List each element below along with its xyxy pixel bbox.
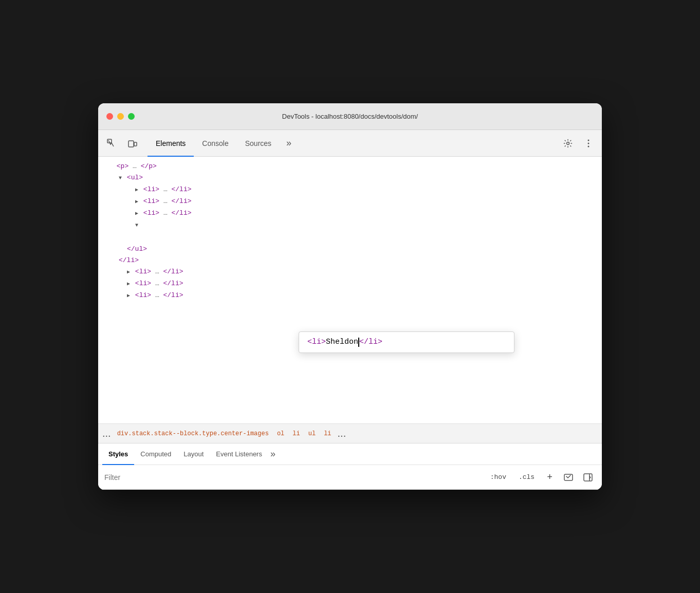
- styles-panel: Styles Computed Layout Event Listeners »…: [98, 443, 602, 490]
- hov-button[interactable]: :hov: [486, 471, 510, 483]
- dom-line[interactable]: <p> … </p>: [98, 161, 602, 172]
- device-toggle-button[interactable]: [123, 134, 141, 153]
- element-state-button[interactable]: [561, 470, 576, 485]
- dom-line[interactable]: ▶ <li> … </li>: [98, 184, 602, 196]
- tab-styles[interactable]: Styles: [102, 443, 134, 465]
- filter-bar: :hov .cls +: [98, 465, 602, 490]
- filter-input[interactable]: [104, 473, 482, 481]
- more-style-tabs-button[interactable]: »: [268, 449, 278, 459]
- dom-line[interactable]: ▶ <li> … </li>: [98, 278, 602, 290]
- dom-panel: <p> … </p> ▼ <ul> ▶ <li> … </li> ▶ <li> …: [98, 157, 602, 424]
- dom-line[interactable]: </li>: [98, 255, 602, 266]
- dom-line-editing[interactable]: ▼ <li> Sheldon </li>: [98, 219, 602, 231]
- breadcrumb-bar: ... div.stack.stack--block.type.center-i…: [98, 424, 602, 443]
- dom-line[interactable]: ▶ <li> … </li>: [98, 290, 602, 302]
- inline-edit-popup[interactable]: <li> Sheldon </li>: [299, 331, 514, 353]
- breadcrumb-item[interactable]: div.stack.stack--block.type.center-image…: [115, 429, 271, 438]
- toggle-sidebar-button[interactable]: [580, 470, 596, 485]
- toolbar: Elements Console Sources »: [98, 130, 602, 157]
- tab-event-listeners[interactable]: Event Listeners: [210, 443, 268, 465]
- svg-point-4: [588, 139, 590, 141]
- styles-tabs: Styles Computed Layout Event Listeners »: [98, 443, 602, 465]
- dom-line[interactable]: ▶ <li> … </li>: [98, 196, 602, 208]
- titlebar: DevTools - localhost:8080/docs/devtools/…: [98, 103, 602, 130]
- svg-rect-1: [128, 141, 134, 147]
- toolbar-right: [559, 134, 598, 153]
- tab-elements[interactable]: Elements: [148, 130, 194, 157]
- settings-button[interactable]: [559, 134, 577, 153]
- svg-point-6: [588, 145, 590, 147]
- minimize-button[interactable]: [117, 113, 124, 120]
- dom-line[interactable]: ▼ <ul>: [98, 172, 602, 184]
- close-button[interactable]: [106, 113, 113, 120]
- toolbar-tabs: Elements Console Sources: [148, 130, 280, 157]
- cls-button[interactable]: .cls: [514, 471, 539, 483]
- breadcrumb-more-button[interactable]: ...: [102, 428, 111, 439]
- add-style-button[interactable]: +: [543, 470, 557, 485]
- window-controls: [106, 113, 135, 120]
- svg-point-3: [567, 142, 569, 144]
- maximize-button[interactable]: [128, 113, 135, 120]
- breadcrumb-overflow-button[interactable]: ...: [338, 428, 346, 439]
- breadcrumb-item[interactable]: ul: [306, 429, 318, 438]
- svg-rect-2: [134, 142, 137, 146]
- breadcrumb-item[interactable]: li: [322, 429, 333, 438]
- breadcrumb-item[interactable]: li: [290, 429, 302, 438]
- breadcrumb-item[interactable]: ol: [275, 429, 286, 438]
- window-title: DevTools - localhost:8080/docs/devtools/…: [282, 113, 418, 120]
- dom-line[interactable]: ▶ <li> … </li>: [98, 208, 602, 219]
- tab-console[interactable]: Console: [194, 130, 236, 157]
- more-tabs-button[interactable]: »: [282, 134, 296, 153]
- devtools-window: DevTools - localhost:8080/docs/devtools/…: [98, 103, 602, 490]
- tab-computed[interactable]: Computed: [134, 443, 177, 465]
- svg-point-5: [588, 142, 590, 144]
- tab-layout[interactable]: Layout: [177, 443, 210, 465]
- dom-line[interactable]: ▶ <li> … </li>: [98, 266, 602, 278]
- dom-line[interactable]: </ul>: [98, 244, 602, 255]
- tab-sources[interactable]: Sources: [237, 130, 280, 157]
- more-menu-button[interactable]: [579, 134, 598, 153]
- inspect-element-button[interactable]: [102, 134, 121, 153]
